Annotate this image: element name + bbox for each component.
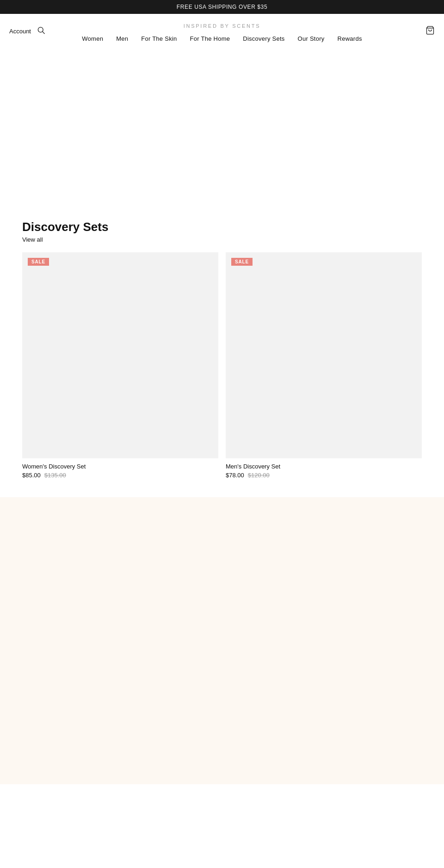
product-price-original-womens: $135.00: [44, 472, 66, 479]
announcement-text: FREE USA SHIPPING OVER $35: [177, 4, 267, 10]
nav-item-women[interactable]: Women: [82, 35, 103, 42]
nav-item-men[interactable]: Men: [116, 35, 128, 42]
svg-line-1: [43, 31, 45, 34]
announcement-bar: FREE USA SHIPPING OVER $35: [0, 0, 444, 14]
site-logo[interactable]: INSPIRED BY SCENTS: [9, 19, 435, 31]
product-card-womens[interactable]: SALE Women's Discovery Set $85.00 $135.0…: [22, 252, 218, 479]
nav-item-rewards[interactable]: Rewards: [338, 35, 362, 42]
sale-badge-mens: SALE: [231, 258, 253, 266]
main-nav: Women Men For The Skin For The Home Disc…: [9, 31, 435, 48]
nav-item-for-the-home[interactable]: For The Home: [190, 35, 230, 42]
sale-badge-womens: SALE: [28, 258, 49, 266]
product-price-current-womens: $85.00: [22, 472, 41, 479]
discovery-sets-section: Discovery Sets View all SALE Women's Dis…: [0, 205, 444, 497]
cream-section: [0, 497, 444, 784]
account-link[interactable]: Account: [9, 27, 31, 34]
cart-icon[interactable]: [426, 25, 435, 36]
search-icon[interactable]: [37, 25, 46, 36]
nav-item-discovery-sets[interactable]: Discovery Sets: [243, 35, 284, 42]
section-title: Discovery Sets: [22, 220, 422, 234]
nav-item-our-story[interactable]: Our Story: [298, 35, 325, 42]
nav-item-for-the-skin[interactable]: For The Skin: [141, 35, 177, 42]
product-image-mens: SALE: [226, 252, 422, 458]
hero-section: [0, 48, 444, 205]
product-card-mens[interactable]: SALE Men's Discovery Set $78.00 $120.00: [226, 252, 422, 479]
product-name-womens: Women's Discovery Set: [22, 463, 218, 470]
products-grid: SALE Women's Discovery Set $85.00 $135.0…: [22, 252, 422, 479]
header-left: Account: [9, 25, 46, 36]
product-price-current-mens: $78.00: [226, 472, 244, 479]
product-prices-womens: $85.00 $135.00: [22, 472, 218, 479]
header-right: [426, 25, 435, 36]
svg-point-0: [38, 27, 43, 32]
product-price-original-mens: $120.00: [248, 472, 270, 479]
product-prices-mens: $78.00 $120.00: [226, 472, 422, 479]
site-header: Account INSPIRED BY SCENTS Women Men For…: [0, 14, 444, 48]
product-name-mens: Men's Discovery Set: [226, 463, 422, 470]
view-all-link[interactable]: View all: [22, 236, 43, 243]
product-image-womens: SALE: [22, 252, 218, 458]
